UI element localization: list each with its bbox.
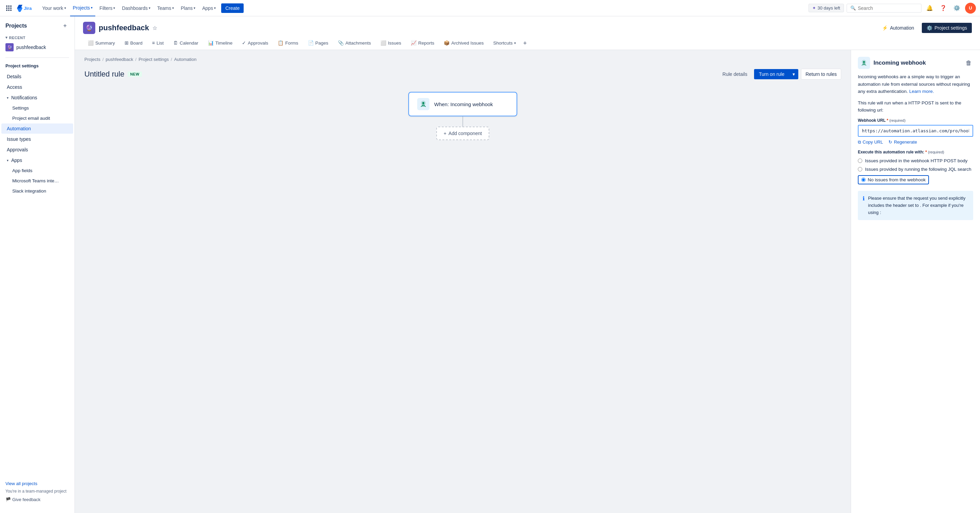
project-icon: 🔮 xyxy=(5,43,14,51)
nav-left: Jira Your work▾ Projects▾ Filters▾ Dashb… xyxy=(4,0,243,16)
give-feedback-button[interactable]: 🏴 Give feedback xyxy=(5,497,69,502)
svg-rect-3 xyxy=(6,8,8,9)
issues-tab-icon: ⬜ xyxy=(380,40,386,46)
add-component-button[interactable]: + Add component xyxy=(436,127,489,140)
tab-attachments[interactable]: 📎 Attachments xyxy=(333,37,375,50)
panel-header: Incoming webhook 🗑 xyxy=(858,57,973,69)
sidebar-nav: Details Access ▾ Notifications Settings … xyxy=(0,71,75,196)
jira-logo[interactable]: Jira xyxy=(15,4,35,12)
tab-timeline[interactable]: 📊 Timeline xyxy=(203,37,237,50)
sidebar-item-slack[interactable]: Slack integration xyxy=(2,186,73,196)
rule-actions: Rule details Turn on rule ▾ Return to ru… xyxy=(718,69,841,79)
breadcrumb: Projects / pushfeedback / Project settin… xyxy=(75,50,851,65)
tab-shortcuts[interactable]: Shortcuts ▾ xyxy=(488,37,520,50)
star-icon: ✦ xyxy=(812,5,816,11)
avatar[interactable]: U xyxy=(965,3,976,14)
breadcrumb-projects[interactable]: Projects xyxy=(84,57,100,62)
nav-teams[interactable]: Teams▾ xyxy=(154,0,177,16)
notifications-bell-icon[interactable]: 🔔 xyxy=(924,3,935,14)
new-badge: NEW xyxy=(127,71,142,77)
tab-approvals[interactable]: ✓ Approvals xyxy=(237,37,273,50)
breadcrumb-pushfeedback[interactable]: pushfeedback xyxy=(106,57,134,62)
radio-no-issues[interactable]: No issues from the webhook xyxy=(858,173,973,186)
add-project-button[interactable]: + xyxy=(61,22,69,30)
svg-rect-7 xyxy=(8,10,10,11)
sidebar-item-automation[interactable]: Automation xyxy=(2,124,73,134)
tabs-row: ⬜ Summary ⊞ Board ≡ List 🗓 Calendar 📊 xyxy=(83,37,972,50)
sidebar-item-project-email-audit[interactable]: Project email audit xyxy=(2,113,73,123)
tab-calendar[interactable]: 🗓 Calendar xyxy=(169,37,203,50)
svg-point-11 xyxy=(863,61,865,63)
right-panel: Incoming webhook 🗑 Incoming webhooks are… xyxy=(851,50,980,513)
project-settings-button[interactable]: ⚙️ Project settings xyxy=(922,23,972,33)
project-header-icon: 🔮 xyxy=(83,22,95,34)
nav-apps[interactable]: Apps▾ xyxy=(199,0,218,16)
sidebar-item-access[interactable]: Access xyxy=(2,82,73,92)
tab-forms[interactable]: 📋 Forms xyxy=(273,37,303,50)
sidebar-item-details[interactable]: Details xyxy=(2,71,73,82)
nav-dashboards[interactable]: Dashboards▾ xyxy=(119,0,153,16)
automation-button[interactable]: ⚡ Automation xyxy=(878,23,918,33)
trial-badge[interactable]: ✦ 30 days left xyxy=(808,4,844,12)
radio-http-body[interactable]: Issues provided in the webhook HTTP POST… xyxy=(858,156,973,165)
tab-pages[interactable]: 📄 Pages xyxy=(303,37,333,50)
settings-gear-icon[interactable]: ⚙️ xyxy=(951,3,962,14)
sidebar-item-apps[interactable]: ▾ Apps xyxy=(2,155,73,165)
sidebar-item-settings[interactable]: Settings xyxy=(2,103,73,113)
webhook-trigger-icon xyxy=(417,98,430,110)
radio-no-issues-input[interactable] xyxy=(861,178,865,182)
tab-archived-issues[interactable]: 📦 Archived Issues xyxy=(439,37,488,50)
sidebar: Projects + ▾ RECENT 🔮 pushfeedback Proje… xyxy=(0,16,75,513)
nav-projects[interactable]: Projects▾ xyxy=(70,0,95,16)
regenerate-button[interactable]: ↻ Regenerate xyxy=(888,140,917,145)
favorite-star-icon[interactable]: ☆ xyxy=(153,25,157,31)
webhook-url-label: Webhook URL * (required) xyxy=(858,118,973,123)
search-input[interactable] xyxy=(858,5,918,11)
sidebar-item-app-fields[interactable]: App fields xyxy=(2,166,73,176)
turn-on-rule-button[interactable]: Turn on rule xyxy=(754,69,789,79)
tab-reports[interactable]: 📈 Reports xyxy=(406,37,439,50)
approvals-tab-icon: ✓ xyxy=(242,40,246,46)
apps-grid-icon[interactable] xyxy=(4,3,14,13)
tab-issues[interactable]: ⬜ Issues xyxy=(375,37,406,50)
recent-section: ▾ RECENT 🔮 pushfeedback xyxy=(0,33,75,55)
rule-canvas: When: Incoming webhook + Add component xyxy=(75,85,851,154)
search-box[interactable]: 🔍 xyxy=(846,4,921,13)
tab-list[interactable]: ≡ List xyxy=(147,37,169,50)
sidebar-item-ms-teams[interactable]: Microsoft Teams inte… xyxy=(2,176,73,186)
sidebar-item-issue-types[interactable]: Issue types xyxy=(2,134,73,144)
delete-icon[interactable]: 🗑 xyxy=(964,58,973,68)
project-title-row: 🔮 pushfeedback ☆ ⚡ Automation ⚙️ Project… xyxy=(83,16,972,37)
radio-http-body-input[interactable] xyxy=(858,159,862,163)
sidebar-divider xyxy=(5,57,69,58)
create-button[interactable]: Create xyxy=(221,3,243,13)
recent-header[interactable]: ▾ RECENT xyxy=(3,34,72,41)
trigger-node[interactable]: When: Incoming webhook xyxy=(408,92,517,116)
tab-board[interactable]: ⊞ Board xyxy=(120,37,147,50)
rule-header: Untitled rule NEW Rule details Turn on r… xyxy=(75,65,851,85)
return-to-rules-button[interactable]: Return to rules xyxy=(801,69,841,79)
rule-details-button[interactable]: Rule details xyxy=(718,69,751,79)
add-tab-button[interactable]: + xyxy=(520,37,530,50)
nav-plans[interactable]: Plans▾ xyxy=(178,0,198,16)
svg-text:Jira: Jira xyxy=(24,6,32,11)
sidebar-item-approvals[interactable]: Approvals xyxy=(2,145,73,155)
turn-on-dropdown-button[interactable]: ▾ xyxy=(789,69,798,79)
project-header: 🔮 pushfeedback ☆ ⚡ Automation ⚙️ Project… xyxy=(75,16,980,50)
sidebar-project-pushfeedback[interactable]: 🔮 pushfeedback xyxy=(3,41,72,53)
nav-your-work[interactable]: Your work▾ xyxy=(40,0,69,16)
list-tab-icon: ≡ xyxy=(152,40,155,46)
help-icon[interactable]: ❓ xyxy=(938,3,949,14)
shortcuts-chevron-icon: ▾ xyxy=(514,41,516,45)
webhook-url-input[interactable] xyxy=(858,125,973,137)
breadcrumb-project-settings[interactable]: Project settings xyxy=(138,57,169,62)
tab-summary[interactable]: ⬜ Summary xyxy=(83,37,120,50)
nav-filters[interactable]: Filters▾ xyxy=(97,0,118,16)
sidebar-item-notifications[interactable]: ▾ Notifications xyxy=(2,92,73,103)
view-all-projects-link[interactable]: View all projects xyxy=(5,481,69,486)
calendar-tab-icon: 🗓 xyxy=(173,40,178,46)
copy-url-button[interactable]: ⧉ Copy URL xyxy=(858,140,883,145)
learn-more-link[interactable]: Learn more. xyxy=(909,89,934,94)
radio-jql[interactable]: Issues provided by running the following… xyxy=(858,165,973,173)
radio-jql-input[interactable] xyxy=(858,167,862,172)
